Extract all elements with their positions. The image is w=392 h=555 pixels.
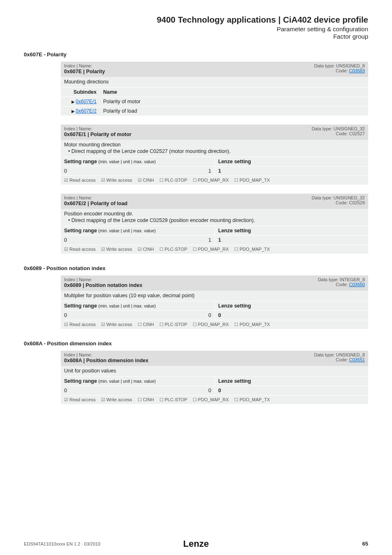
setting-row: 01 1 xyxy=(61,235,368,245)
flag-pdo-rx: ☐ PDO_MAP_RX xyxy=(193,178,229,183)
setting-header: Setting range (min. value | unit | max. … xyxy=(61,301,368,310)
name-cell: Polarity of load xyxy=(100,106,368,116)
table-description: Unit for position values xyxy=(61,366,368,376)
section-heading-polarity: 0x607E - Polarity xyxy=(24,51,368,58)
flag-pdo-tx: ☐ PDO_MAP_TX xyxy=(234,322,270,327)
setting-row: 01 1 xyxy=(61,166,368,176)
code-link[interactable]: C03550 xyxy=(349,282,365,287)
table-index-bar: Index | Name: 0x608A | Position dimensio… xyxy=(61,351,368,366)
datatype-label: Data type: UNSIGNED_32 xyxy=(311,126,365,131)
table-row: ▶0x607E/1 Polarity of motor xyxy=(61,97,368,106)
datatype-block: Data type: UNSIGNED_8 Code: C03551 xyxy=(314,352,365,362)
page-header: 9400 Technology applications | CiA402 de… xyxy=(24,15,368,40)
table-index-bar: Index | Name: 0x607E/1 | Polarity of mot… xyxy=(61,125,368,140)
subindex-link[interactable]: 0x607E/1 xyxy=(76,99,97,104)
flags-row: ☑ Read access ☑ Write access ☐ CINH ☐ PL… xyxy=(61,395,368,404)
code-link[interactable]: C03551 xyxy=(349,357,365,362)
code-link[interactable]: C03583 xyxy=(349,68,365,73)
lenze-value: 0 xyxy=(214,311,368,320)
code-label: Code: xyxy=(336,357,348,362)
flag-pdo-rx: ☐ PDO_MAP_RX xyxy=(193,397,229,402)
table-description: Multiplier for position values (10 exp v… xyxy=(61,291,368,301)
flag-plc-stop: ☐ PLC-STOP xyxy=(159,178,187,183)
flag-plc-stop: ☐ PLC-STOP xyxy=(159,247,187,252)
table-description: Position encoder mounting dir. • Direct … xyxy=(61,209,368,226)
flag-write-access: ☑ Write access xyxy=(101,322,132,327)
triangle-icon: ▶ xyxy=(71,109,75,113)
min-value: 0 xyxy=(64,168,67,174)
code-label: Code: C02529 xyxy=(311,200,365,205)
header-sub1: Parameter setting & configuration xyxy=(24,25,368,32)
lenze-logo: Lenze xyxy=(183,539,209,549)
footer-logo: Lenze xyxy=(183,539,209,549)
bullet-line: • Direct mapping of the Lenze code C0252… xyxy=(68,148,365,154)
setting-header: Setting range (min. value | unit | max. … xyxy=(61,376,368,386)
polarity-overview-table: Index | Name: 0x607E | Polarity Data typ… xyxy=(61,62,368,116)
header-sub2: Factor group xyxy=(24,33,368,40)
subindex-header-c2: Name xyxy=(100,88,368,97)
setting-range-cell: 01 xyxy=(61,166,214,176)
datatype-label: Data type: INTEGER_8 xyxy=(318,277,365,282)
flag-pdo-rx: ☐ PDO_MAP_RX xyxy=(193,247,229,252)
min-value: 0 xyxy=(64,237,67,243)
flag-plc-stop: ☐ PLC-STOP xyxy=(159,322,187,327)
subindex-cell: ▶0x607E/2 xyxy=(61,106,100,116)
min-value: 0 xyxy=(64,388,67,393)
setting-range-header: Setting range (min. value | unit | max. … xyxy=(61,226,214,235)
position-notation-table: Index | Name: 0x6089 | Position notation… xyxy=(61,275,368,329)
datatype-block: Data type: UNSIGNED_8 Code: C03583 xyxy=(314,63,365,73)
lenze-setting-header: Lenze setting xyxy=(214,226,368,235)
flag-plc-stop: ☐ PLC-STOP xyxy=(159,397,187,402)
page-footer: EDS94TA11010xxxx EN 1.2 · 03/2010 Lenze … xyxy=(24,541,368,547)
datatype-block: Data type: UNSIGNED_32 Code: C02527 xyxy=(311,126,365,136)
setting-range-cell: 01 xyxy=(61,236,214,245)
section-heading-notation: 0x6089 - Position notation index xyxy=(24,265,368,271)
flag-cinh: ☑ CINH xyxy=(138,247,154,252)
subindex-link[interactable]: 0x607E/2 xyxy=(76,108,97,114)
setting-range-header: Setting range (min. value | unit | max. … xyxy=(61,157,214,166)
lenze-setting-header: Lenze setting xyxy=(214,301,368,310)
flag-cinh: ☑ CINH xyxy=(138,178,154,183)
desc-line: Position encoder mounting dir. xyxy=(64,211,365,217)
datatype-label: Data type: UNSIGNED_8 xyxy=(314,63,365,68)
setting-row: 00 0 xyxy=(61,310,368,320)
table-row: ▶0x607E/2 Polarity of load xyxy=(61,106,368,116)
subindex-header-c1: Subindex xyxy=(61,88,100,97)
code-block: Code: C03551 xyxy=(314,357,365,362)
flag-pdo-rx: ☐ PDO_MAP_RX xyxy=(193,322,229,327)
code-label: Code: xyxy=(336,282,348,287)
setting-range-cell: 00 xyxy=(61,386,214,395)
flag-pdo-tx: ☐ PDO_MAP_TX xyxy=(234,397,270,402)
table-description: Motor mounting direction • Direct mappin… xyxy=(61,140,368,157)
setting-range-header: Setting range (min. value | unit | max. … xyxy=(61,377,214,386)
polarity-motor-table: Index | Name: 0x607E/1 | Polarity of mot… xyxy=(61,125,368,185)
max-value: 0 xyxy=(208,388,211,393)
code-label: Code: xyxy=(336,68,348,73)
table-description: Mounting directions xyxy=(61,77,368,87)
name-cell: Polarity of motor xyxy=(100,97,368,106)
flag-read-access: ☑ Read access xyxy=(64,397,96,402)
flag-cinh: ☐ CINH xyxy=(138,322,154,327)
polarity-load-table: Index | Name: 0x607E/2 | Polarity of loa… xyxy=(61,194,368,254)
header-title: 9400 Technology applications | CiA402 de… xyxy=(24,15,368,25)
section-heading-dimension: 0x608A - Position dimension index xyxy=(24,340,368,347)
table-index-bar: Index | Name: 0x6089 | Position notation… xyxy=(61,275,368,291)
flag-pdo-tx: ☐ PDO_MAP_TX xyxy=(234,178,270,183)
datatype-block: Data type: INTEGER_8 Code: C03550 xyxy=(318,277,365,287)
subindex-cell: ▶0x607E/1 xyxy=(61,97,100,106)
footer-page-number: 65 xyxy=(362,541,368,547)
lenze-setting-header: Lenze setting xyxy=(214,377,368,386)
setting-range-header: Setting range (min. value | unit | max. … xyxy=(61,301,214,310)
code-block: Code: C03583 xyxy=(314,68,365,73)
flag-cinh: ☐ CINH xyxy=(138,397,154,402)
datatype-label: Data type: UNSIGNED_8 xyxy=(314,352,365,357)
max-value: 0 xyxy=(208,312,211,318)
bullet-line: • Direct mapping of the Lenze code C0252… xyxy=(68,217,365,223)
datatype-block: Data type: UNSIGNED_32 Code: C02529 xyxy=(311,195,365,205)
code-block: Code: C03550 xyxy=(318,282,365,287)
flag-write-access: ☑ Write access xyxy=(101,247,132,252)
table-index-bar: Index | Name: 0x607E | Polarity Data typ… xyxy=(61,62,368,77)
min-value: 0 xyxy=(64,312,67,318)
flags-row: ☑ Read access ☑ Write access ☑ CINH ☐ PL… xyxy=(61,245,368,254)
lenze-setting-header: Lenze setting xyxy=(214,157,368,166)
